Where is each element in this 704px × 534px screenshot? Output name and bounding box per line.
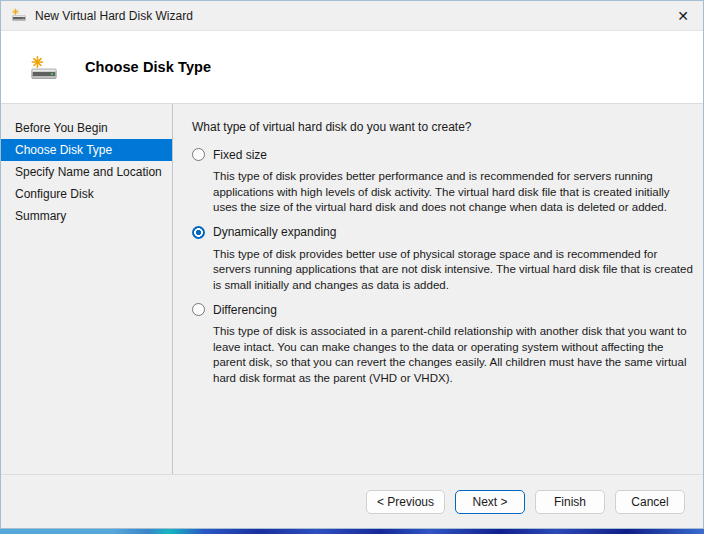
sidebar-item-summary[interactable]: Summary bbox=[1, 205, 172, 227]
cancel-button[interactable]: Cancel bbox=[615, 490, 685, 514]
sidebar-item-specify-name-and-location[interactable]: Specify Name and Location bbox=[1, 161, 172, 183]
wizard-body: Before You Begin Choose Disk Type Specif… bbox=[1, 104, 703, 474]
desktop-wallpaper-strip bbox=[0, 529, 704, 534]
radio-option-differencing: Differencing This type of disk is associ… bbox=[192, 301, 695, 386]
question-text: What type of virtual hard disk do you wa… bbox=[192, 120, 695, 135]
footer: < Previous Next > Finish Cancel bbox=[1, 474, 703, 528]
radio-option-fixed-size: Fixed size This type of disk provides be… bbox=[192, 146, 695, 216]
next-button[interactable]: Next > bbox=[455, 490, 525, 514]
page-title: Choose Disk Type bbox=[85, 59, 211, 75]
radio-button-dynamically-expanding[interactable] bbox=[192, 226, 205, 239]
titlebar[interactable]: New Virtual Hard Disk Wizard ✕ bbox=[1, 1, 703, 31]
sidebar-item-configure-disk[interactable]: Configure Disk bbox=[1, 183, 172, 205]
option-description-dynamically-expanding: This type of disk provides better use of… bbox=[213, 247, 695, 294]
close-icon: ✕ bbox=[677, 8, 689, 24]
option-label-dynamically-expanding[interactable]: Dynamically expanding bbox=[213, 225, 336, 239]
wizard-header: Choose Disk Type bbox=[1, 31, 703, 104]
option-label-differencing[interactable]: Differencing bbox=[213, 303, 277, 317]
close-button[interactable]: ✕ bbox=[663, 1, 703, 30]
option-description-differencing: This type of disk is associated in a par… bbox=[213, 324, 695, 386]
sidebar-item-choose-disk-type[interactable]: Choose Disk Type bbox=[1, 139, 172, 161]
previous-button[interactable]: < Previous bbox=[366, 490, 445, 514]
sidebar-item-before-you-begin[interactable]: Before You Begin bbox=[1, 117, 172, 139]
window-title: New Virtual Hard Disk Wizard bbox=[35, 9, 193, 23]
option-label-fixed-size[interactable]: Fixed size bbox=[213, 148, 267, 162]
content: What type of virtual hard disk do you wa… bbox=[173, 104, 703, 474]
radio-button-fixed-size[interactable] bbox=[192, 148, 205, 161]
new-virtual-disk-icon bbox=[29, 55, 59, 85]
wizard-window: New Virtual Hard Disk Wizard ✕ Choose Di… bbox=[0, 0, 704, 529]
new-virtual-disk-icon bbox=[11, 8, 27, 24]
radio-option-fixed-size-row[interactable]: Fixed size bbox=[192, 146, 695, 163]
radio-option-dynamically-expanding: Dynamically expanding This type of disk … bbox=[192, 224, 695, 294]
finish-button[interactable]: Finish bbox=[535, 490, 605, 514]
option-description-fixed-size: This type of disk provides better perfor… bbox=[213, 169, 695, 216]
radio-button-differencing[interactable] bbox=[192, 303, 205, 316]
radio-option-differencing-row[interactable]: Differencing bbox=[192, 301, 695, 318]
radio-option-dynamically-expanding-row[interactable]: Dynamically expanding bbox=[192, 224, 695, 241]
sidebar: Before You Begin Choose Disk Type Specif… bbox=[1, 104, 173, 474]
